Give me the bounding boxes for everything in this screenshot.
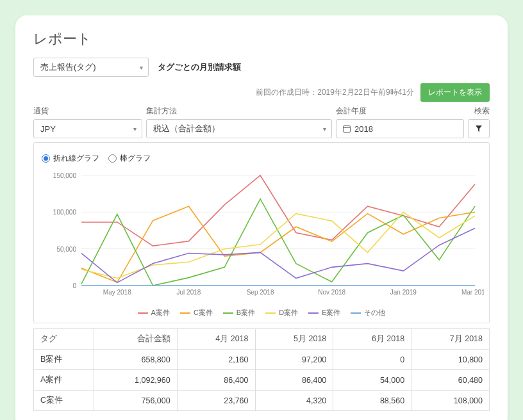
legend-label: その他: [364, 308, 385, 318]
svg-text:Sep 2018: Sep 2018: [247, 289, 274, 296]
table-header-cell: 5月 2018: [255, 329, 333, 350]
table-cell: 97,200: [255, 350, 333, 370]
fiscal-year-select[interactable]: 2018: [336, 119, 464, 138]
svg-text:0: 0: [72, 282, 76, 289]
chart-legend: A案件C案件B案件D案件E案件その他: [39, 308, 484, 318]
line-chart: 050,000100,000150,000May 2018Jul 2018Sep…: [39, 169, 484, 303]
search-label: 検索: [474, 106, 490, 117]
legend-swatch-icon: [265, 312, 276, 314]
legend-item[interactable]: その他: [351, 308, 385, 318]
line-chart-label: 折れ線グラフ: [53, 153, 99, 164]
table-cell: 86,400: [255, 370, 333, 391]
table-header-cell: 4月 2018: [177, 329, 255, 350]
svg-text:Jan 2019: Jan 2019: [390, 289, 417, 296]
aggregation-col: 集計方法 税込（合計金額） ▾: [146, 106, 332, 138]
legend-label: C案件: [194, 308, 213, 318]
report-type-row: 売上報告(タグ) ▾ タグごとの月別請求額: [33, 58, 490, 77]
radio-dot-icon: [42, 154, 50, 163]
table-cell: 54,000: [333, 370, 411, 391]
legend-swatch-icon: [138, 312, 148, 314]
chart-box: 折れ線グラフ 棒グラフ 050,000100,000150,000May 201…: [33, 142, 490, 323]
legend-swatch-icon: [308, 312, 319, 314]
table-cell: 23,760: [177, 391, 255, 411]
fiscal-year-value: 2018: [354, 124, 373, 134]
svg-text:100,000: 100,000: [53, 209, 77, 216]
fiscal-year-label: 会計年度: [336, 106, 464, 117]
table-cell: 658,800: [94, 350, 177, 370]
currency-value: JPY: [40, 124, 56, 134]
table-row: B案件658,8002,16097,200010,800: [34, 350, 490, 370]
table-cell: 10,800: [411, 350, 490, 370]
bar-chart-label: 棒グラフ: [120, 153, 151, 164]
table-header-row: タグ合計金額4月 20185月 20186月 20187月 2018: [34, 329, 490, 350]
chart-type-radios: 折れ線グラフ 棒グラフ: [39, 148, 484, 169]
legend-item[interactable]: B案件: [223, 308, 255, 318]
legend-swatch-icon: [351, 312, 361, 314]
bar-chart-radio[interactable]: 棒グラフ: [108, 153, 151, 164]
legend-swatch-icon: [223, 312, 233, 314]
legend-label: E案件: [322, 308, 340, 318]
table-cell: 108,000: [411, 391, 490, 411]
data-table: タグ合計金額4月 20185月 20186月 20187月 2018 B案件65…: [33, 328, 490, 411]
table-cell: 4,320: [255, 391, 333, 411]
table-header-cell: タグ: [34, 329, 94, 350]
currency-col: 通貨 JPY ▾: [33, 106, 142, 138]
table-header-cell: 合計金額: [94, 329, 177, 350]
legend-item[interactable]: D案件: [265, 308, 298, 318]
aggregation-value: 税込（合計金額）: [153, 123, 220, 134]
legend-label: B案件: [237, 308, 255, 318]
legend-label: A案件: [151, 308, 170, 318]
table-cell: 86,400: [177, 370, 255, 391]
table-body: B案件658,8002,16097,200010,800A案件1,092,960…: [34, 350, 490, 411]
legend-item[interactable]: C案件: [180, 308, 213, 318]
table-cell: 88,560: [333, 391, 411, 411]
calendar-icon: [343, 125, 351, 133]
svg-text:Mar 2019: Mar 2019: [461, 289, 484, 296]
legend-item[interactable]: E案件: [308, 308, 340, 318]
table-cell: C案件: [34, 391, 94, 411]
table-row: A案件1,092,96086,40086,40054,00060,480: [34, 370, 490, 391]
table-cell: 0: [333, 350, 411, 370]
line-chart-radio[interactable]: 折れ線グラフ: [42, 153, 99, 164]
report-card: レポート 売上報告(タグ) ▾ タグごとの月別請求額 前回の作成日時：2019年…: [15, 15, 508, 420]
report-subtitle: タグごとの月別請求額: [158, 61, 241, 73]
currency-select[interactable]: JPY ▾: [33, 119, 142, 138]
table-header-cell: 7月 2018: [411, 329, 490, 350]
currency-label: 通貨: [33, 106, 142, 117]
aggregation-label: 集計方法: [146, 106, 332, 117]
chevron-down-icon: ▾: [140, 64, 143, 71]
table-header-cell: 6月 2018: [333, 329, 411, 350]
report-type-select[interactable]: 売上報告(タグ) ▾: [33, 58, 149, 77]
page-title: レポート: [33, 29, 490, 49]
lastgen-row: 前回の作成日時：2019年2月22日午前9時41分 レポートを表示: [33, 83, 490, 102]
chevron-down-icon: ▾: [323, 125, 326, 133]
aggregation-select[interactable]: 税込（合計金額） ▾: [146, 119, 332, 138]
table-row: C案件756,00023,7604,32088,560108,000: [34, 391, 490, 411]
legend-swatch-icon: [180, 312, 190, 314]
report-type-value: 売上報告(タグ): [40, 61, 96, 73]
table-cell: 2,160: [177, 350, 255, 370]
show-report-button[interactable]: レポートを表示: [420, 83, 490, 102]
lastgen-text: 前回の作成日時：2019年2月22日午前9時41分: [256, 87, 414, 98]
search-col: 検索: [468, 106, 490, 138]
legend-label: D案件: [279, 308, 298, 318]
table-cell: 1,092,960: [94, 370, 177, 391]
table-cell: A案件: [34, 370, 94, 391]
svg-text:Jul 2018: Jul 2018: [177, 289, 201, 296]
funnel-icon: [475, 125, 483, 133]
table-cell: 756,000: [94, 391, 177, 411]
filter-button[interactable]: [468, 119, 490, 138]
svg-text:50,000: 50,000: [56, 246, 76, 253]
filter-row: 通貨 JPY ▾ 集計方法 税込（合計金額） ▾ 会計年度 2018 検索: [33, 106, 490, 138]
radio-dot-icon: [108, 154, 117, 163]
svg-text:May 2018: May 2018: [103, 289, 131, 296]
svg-text:Nov 2018: Nov 2018: [318, 289, 345, 296]
svg-text:150,000: 150,000: [53, 172, 77, 179]
fiscal-year-col: 会計年度 2018: [336, 106, 464, 138]
legend-item[interactable]: A案件: [138, 308, 170, 318]
table-cell: B案件: [34, 350, 94, 370]
table-cell: 60,480: [411, 370, 490, 391]
chevron-down-icon: ▾: [133, 125, 137, 133]
